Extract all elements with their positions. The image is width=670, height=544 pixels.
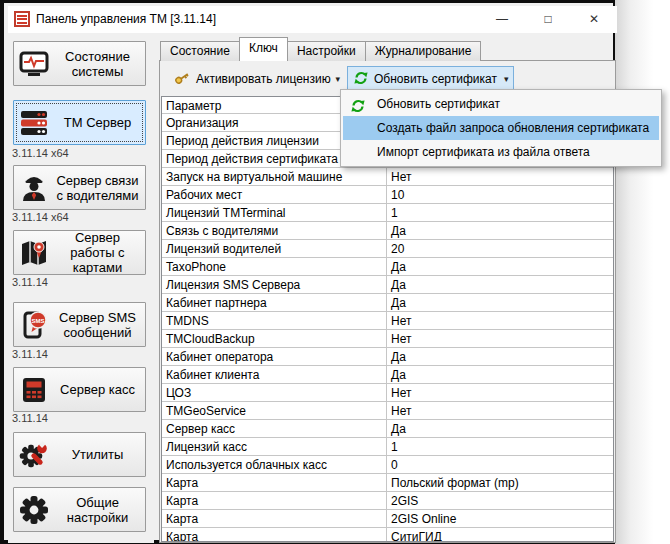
value-cell: Нет	[387, 384, 613, 401]
svg-text:SMS: SMS	[31, 317, 44, 323]
chevron-down-icon[interactable]: ▾	[497, 74, 509, 84]
sidebar-item-map-server[interactable]: Сервер работы с картами	[13, 230, 146, 275]
param-cell: TMCloudBackup	[162, 330, 387, 347]
value-cell: Нет	[387, 330, 613, 347]
map-pin-icon	[14, 238, 54, 268]
chevron-down-icon[interactable]: ▾	[335, 74, 340, 84]
activate-license-label: Активировать лицензию	[196, 72, 331, 86]
sidebar: Состояние системы ТМ Сервер 3.11.14 x64	[8, 33, 154, 543]
value-cell: 1	[387, 438, 613, 455]
param-cell: TMGeoService	[162, 402, 387, 419]
version-label: 3.11.14	[12, 412, 48, 424]
sidebar-item-label: Общие настройки	[54, 495, 145, 525]
tab-key[interactable]: Ключ	[239, 37, 288, 61]
value-cell: Нет	[387, 402, 613, 419]
table-row[interactable]: TaxoPhoneДа	[162, 258, 613, 276]
value-cell: Да	[387, 258, 613, 275]
sidebar-item-utilities[interactable]: Утилиты	[13, 432, 146, 477]
table-row[interactable]: Лицензий касс1	[162, 438, 613, 456]
tab-logging[interactable]: Журналирование	[365, 41, 482, 61]
table-row[interactable]: КартаПольский формат (mp)	[162, 474, 613, 492]
table-row[interactable]: Запуск на виртуальной машинеНет	[162, 168, 613, 186]
menu-item-label: Создать файл запроса обновления сертифик…	[377, 121, 649, 135]
sidebar-item-cash-server[interactable]: Сервер касс	[13, 367, 146, 412]
param-cell: Используется облачных касс	[162, 456, 387, 473]
param-cell: Лицензий касс	[162, 438, 387, 455]
version-label: 3.11.14 x64	[12, 211, 69, 223]
table-row[interactable]: TMGeoServiceНет	[162, 402, 613, 420]
app-icon	[14, 11, 30, 27]
menu-item-import-certificate[interactable]: Импорт сертификата из файла ответа	[343, 140, 659, 164]
menu-item-create-request-file[interactable]: Создать файл запроса обновления сертифик…	[343, 116, 659, 140]
cash-register-icon	[14, 375, 54, 405]
param-cell: TaxoPhone	[162, 258, 387, 275]
table-row[interactable]: Используется облачных касс0	[162, 456, 613, 474]
tab-settings[interactable]: Настройки	[287, 41, 366, 61]
table-row[interactable]: Кабинет клиентаДа	[162, 366, 613, 384]
value-cell: Да	[387, 276, 613, 293]
param-cell: Связь с водителями	[162, 222, 387, 239]
param-cell: Кабинет оператора	[162, 348, 387, 365]
close-button[interactable]: ✕	[572, 6, 616, 33]
version-label: 3.11.14	[12, 276, 48, 288]
param-cell: Рабочих мест	[162, 186, 387, 203]
table-row[interactable]: Лицензия SMS СервераДа	[162, 276, 613, 294]
tab-state[interactable]: Состояние	[160, 41, 240, 61]
sidebar-item-label: Утилиты	[54, 447, 145, 462]
sidebar-item-sms-server[interactable]: SMS Сервер SMS сообщений	[13, 302, 146, 347]
table-row[interactable]: Рабочих мест10	[162, 186, 613, 204]
key-icon	[174, 70, 190, 89]
minimize-button[interactable]: —	[480, 6, 524, 33]
table-row[interactable]: Карта2GIS Online	[162, 510, 613, 528]
table-row[interactable]: КартаСитиГИД	[162, 528, 613, 542]
value-cell: Да	[387, 366, 613, 383]
system-state-monitor-icon	[14, 49, 54, 79]
window-drop-shadow	[615, 0, 670, 544]
sidebar-item-label: Сервер касс	[54, 382, 145, 397]
param-cell: Запуск на виртуальной машине	[162, 168, 387, 185]
param-cell: Карта	[162, 510, 387, 527]
table-row[interactable]: Лицензий водителей20	[162, 240, 613, 258]
table-row[interactable]: Кабинет партнераДа	[162, 294, 613, 312]
menu-item-update-certificate[interactable]: Обновить сертификат	[343, 92, 659, 116]
value-cell: Да	[387, 222, 613, 239]
update-certificate-label: Обновить сертификат	[374, 72, 497, 86]
version-label: 3.11.14 x64	[12, 147, 69, 159]
value-cell: 10	[387, 186, 613, 203]
menu-item-label: Импорт сертификата из файла ответа	[377, 145, 590, 159]
version-label: 3.11.14	[12, 348, 48, 360]
title-bar: Панель управления ТМ [3.11.14] — □ ✕	[8, 6, 617, 33]
sidebar-item-tm-server[interactable]: ТМ Сервер	[13, 100, 146, 145]
server-stack-icon	[14, 108, 54, 138]
maximize-button[interactable]: □	[526, 6, 570, 33]
table-row[interactable]: TMDNSНет	[162, 312, 613, 330]
value-cell: Да	[387, 348, 613, 365]
table-row[interactable]: Карта2GIS	[162, 492, 613, 510]
sidebar-item-system-state[interactable]: Состояние системы	[13, 41, 146, 86]
table-row[interactable]: Лицензий TMTerminal1	[162, 204, 613, 222]
param-cell: ЦОЗ	[162, 384, 387, 401]
value-cell: 2GIS Online	[387, 510, 613, 527]
table-row[interactable]: ЦОЗНет	[162, 384, 613, 402]
sidebar-item-label: Состояние системы	[54, 49, 145, 79]
menu-item-label: Обновить сертификат	[377, 97, 500, 111]
value-cell: Да	[387, 294, 613, 311]
tab-strip: Состояние Ключ Настройки Журналирование	[160, 39, 480, 61]
sidebar-item-general-settings[interactable]: Общие настройки	[13, 487, 146, 532]
table-row[interactable]: Сервер кассДа	[162, 420, 613, 438]
param-cell: Кабинет партнера	[162, 294, 387, 311]
value-cell: Польский формат (mp)	[387, 474, 613, 491]
value-cell: 0	[387, 456, 613, 473]
table-row[interactable]: Связь с водителямиДа	[162, 222, 613, 240]
driver-icon	[14, 173, 54, 203]
table-row[interactable]: TMCloudBackupНет	[162, 330, 613, 348]
value-cell: Да	[387, 420, 613, 437]
sidebar-item-label: ТМ Сервер	[54, 115, 145, 130]
value-cell: Нет	[387, 168, 613, 185]
param-cell: Карта	[162, 492, 387, 509]
table-row[interactable]: Кабинет оператораДа	[162, 348, 613, 366]
activate-license-button[interactable]: Активировать лицензию ▾	[168, 66, 346, 92]
sidebar-item-driver-server[interactable]: Сервер связи с водителями	[13, 165, 146, 210]
value-cell: 2GIS	[387, 492, 613, 509]
param-cell: TMDNS	[162, 312, 387, 329]
